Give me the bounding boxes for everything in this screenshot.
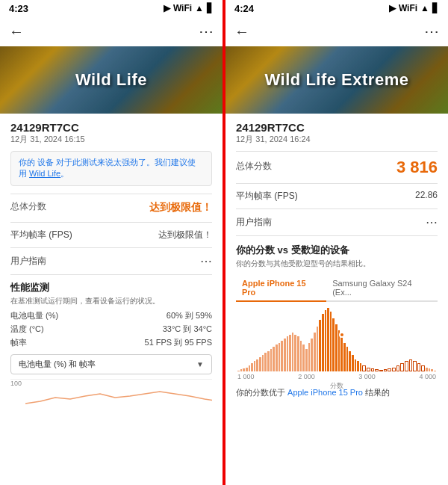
- bar-item: [388, 368, 391, 371]
- bar-item: [340, 336, 343, 371]
- tab-iphone[interactable]: Apple iPhone 15 Pro: [236, 275, 326, 302]
- left-chart-area: 100: [10, 379, 212, 409]
- left-chart-y-label: 100: [10, 380, 22, 387]
- right-content: 24129RT7CC 12月 31, 2024 16:24 总体分数 3 816…: [225, 114, 448, 485]
- score-dot: [339, 332, 345, 338]
- bar-item: [335, 324, 337, 371]
- left-perf-fps-row: 帧率 51 FPS 到 95 FPS: [10, 337, 212, 348]
- bar-item: [267, 351, 270, 371]
- left-score-value: 达到极限值！: [149, 201, 212, 214]
- right-signal-icon: ▲: [420, 3, 429, 13]
- bar-item: [311, 339, 313, 371]
- bar-item: [279, 343, 281, 371]
- bar-item: [254, 361, 256, 371]
- right-score-row: 总体分数 3 816: [236, 158, 438, 177]
- bar-item: [259, 357, 261, 371]
- tab-samsung[interactable]: Samsung Galaxy S24 (Ex...: [326, 275, 438, 302]
- notification-icon: ▶: [164, 3, 170, 13]
- left-perf-title: 性能监测: [10, 281, 212, 294]
- left-share-button[interactable]: ⋯: [199, 22, 214, 40]
- bar-item: [262, 355, 264, 371]
- bar-item: [243, 368, 245, 371]
- x-label-2: 2 000: [298, 373, 315, 380]
- right-tabs-row: Apple iPhone 15 Pro Samsung Galaxy S24 (…: [236, 275, 438, 302]
- left-temp-label: 温度 (°C): [10, 324, 44, 335]
- right-score-value: 3 816: [396, 158, 438, 177]
- left-fps-label: 平均帧率 (FPS): [10, 229, 72, 241]
- bar-item: [396, 365, 400, 371]
- left-test-id: 24129RT7CC: [10, 121, 212, 134]
- left-temp-value: 33°C 到 34°C: [163, 324, 212, 335]
- bar-item: [375, 369, 379, 371]
- right-guide-row: 用户指南 ⋯: [236, 215, 438, 229]
- bar-item: [379, 370, 383, 371]
- right-hero-image: Wild Life Extreme: [225, 46, 448, 114]
- wifi-icon: WiFi: [173, 3, 192, 13]
- left-info-text: 你的 设备 对于此测试来说太强劲了。我们建议使用 Wild Life。: [19, 157, 204, 180]
- bar-item: [270, 349, 273, 371]
- bar-item: [246, 368, 248, 371]
- right-status-icons: ▶ WiFi ▲ ▋: [389, 3, 439, 13]
- bar-item: [434, 371, 436, 371]
- x-label-1: 1 000: [237, 373, 255, 380]
- bar-item: [362, 365, 366, 371]
- chevron-down-icon: ▼: [196, 360, 204, 368]
- left-hero-title: Wild Life: [75, 70, 147, 90]
- bar-item: [431, 369, 433, 371]
- bar-item: [237, 371, 240, 371]
- bar-item: [305, 349, 308, 371]
- left-status-icons: ▶ WiFi ▲ ▋: [164, 3, 214, 13]
- left-dropdown-text: 电池电量 (%) 和 帧率: [19, 359, 96, 370]
- bar-item: [249, 365, 251, 371]
- bar-item: [294, 335, 296, 371]
- left-dropdown[interactable]: 电池电量 (%) 和 帧率 ▼: [10, 354, 212, 374]
- x-label-3: 3 000: [358, 373, 376, 380]
- bar-item: [264, 353, 267, 371]
- right-status-bar: 4:24 ▶ WiFi ▲ ▋: [225, 0, 448, 16]
- bar-item: [330, 312, 332, 371]
- right-score-label: 总体分数: [236, 160, 272, 173]
- right-test-date: 12月 31, 2024 16:24: [236, 134, 438, 145]
- bar-item: [273, 347, 275, 371]
- left-back-button[interactable]: ←: [9, 23, 24, 40]
- bar-item: [343, 343, 346, 371]
- bar-item: [297, 336, 299, 371]
- left-perf-section: 性能监测 在基准测试运行期间，查看设备运行的状况。 电池电量 (%) 60% 到…: [10, 281, 212, 374]
- bar-item: [289, 335, 291, 371]
- right-fps-value: 22.86: [415, 190, 438, 203]
- right-share-icon[interactable]: ⋯: [426, 215, 438, 229]
- right-battery-icon: ▋: [432, 3, 439, 13]
- bar-item: [371, 368, 375, 371]
- signal-icon: ▲: [195, 3, 204, 13]
- right-test-id: 24129RT7CC: [236, 121, 438, 134]
- left-info-link[interactable]: Wild Life: [29, 169, 60, 178]
- left-panel: 4:23 ▶ WiFi ▲ ▋ ← ⋯ Wild Life 24129RT7CC…: [0, 0, 223, 485]
- right-share-button[interactable]: ⋯: [424, 22, 439, 40]
- bar-item: [384, 369, 388, 371]
- bar-item: [346, 347, 349, 371]
- bar-item: [325, 310, 327, 371]
- left-guide-label: 用户指南: [10, 255, 46, 268]
- left-perf-temp-row: 温度 (°C) 33°C 到 34°C: [10, 324, 212, 335]
- right-back-button[interactable]: ←: [234, 23, 249, 40]
- right-hero-title: Wild Life Extreme: [265, 70, 409, 90]
- bar-item: [332, 318, 335, 371]
- right-vs-desc: 你的分数与其他受歡迎型号的结果相比。: [236, 259, 438, 269]
- left-time: 4:23: [9, 3, 28, 14]
- bar-item: [308, 343, 311, 371]
- left-fps-mon-label: 帧率: [10, 337, 27, 348]
- bar-item: [355, 359, 357, 371]
- right-wifi-icon: WiFi: [399, 3, 417, 13]
- bar-item: [349, 351, 351, 371]
- bar-item: [281, 341, 283, 371]
- left-fps-mon-value: 51 FPS 到 95 FPS: [145, 337, 212, 348]
- bar-item: [421, 365, 425, 371]
- left-hero-image: Wild Life: [0, 46, 223, 114]
- bar-item: [360, 363, 362, 371]
- bar-item: [302, 345, 305, 371]
- right-notification-icon: ▶: [389, 3, 396, 13]
- left-battery-label: 电池电量 (%): [10, 310, 58, 321]
- left-header-bar: ← ⋯: [0, 16, 223, 46]
- left-score-label: 总体分数: [10, 200, 46, 213]
- left-share-icon[interactable]: ⋯: [200, 254, 212, 268]
